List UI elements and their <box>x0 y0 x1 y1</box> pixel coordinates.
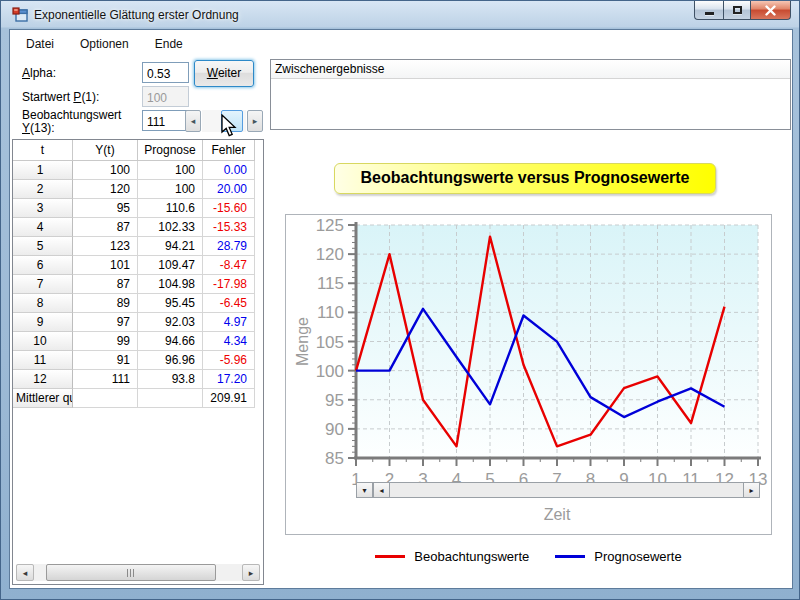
data-cell[interactable]: -15.60 <box>203 199 255 218</box>
row-header-cell[interactable]: 12 <box>13 370 73 389</box>
data-cell[interactable]: 93.8 <box>138 370 203 389</box>
data-cell[interactable]: 20.00 <box>203 180 255 199</box>
title-bar[interactable]: Exponentielle Glättung erster Ordnung <box>1 1 799 29</box>
data-cell[interactable]: 96.96 <box>138 351 203 370</box>
data-cell[interactable]: 87 <box>73 218 138 237</box>
row-header-cell[interactable]: 9 <box>13 313 73 332</box>
data-cell[interactable]: 97 <box>73 313 138 332</box>
data-cell[interactable]: 0.00 <box>203 161 255 180</box>
menu-ende[interactable]: Ende <box>144 32 194 56</box>
menu-datei[interactable]: Datei <box>15 32 65 56</box>
row-header-cell[interactable]: 8 <box>13 294 73 313</box>
arrow-right-icon: ▸ <box>249 568 254 578</box>
data-cell[interactable] <box>73 389 138 408</box>
scroll-left-button[interactable]: ◂ <box>373 482 390 498</box>
data-cell[interactable] <box>138 389 203 408</box>
data-cell[interactable]: 99 <box>73 332 138 351</box>
scroll-left-button[interactable]: ◂ <box>16 564 34 581</box>
row-header-cell[interactable]: 5 <box>13 237 73 256</box>
table-row[interactable]: 6101109.47-8.47 <box>13 256 256 275</box>
app-window: Exponentielle Glättung erster Ordnung Da… <box>0 0 800 600</box>
close-button[interactable] <box>751 1 791 20</box>
data-cell[interactable]: -6.45 <box>203 294 255 313</box>
row-header-cell[interactable]: 6 <box>13 256 73 275</box>
data-cell[interactable]: 94.66 <box>138 332 203 351</box>
scroll-right-button[interactable]: ▸ <box>743 482 760 498</box>
weiter-button[interactable]: Weiter <box>194 60 254 87</box>
scroll-dropdown-button[interactable]: ▾ <box>356 482 373 498</box>
data-cell[interactable]: 17.20 <box>203 370 255 389</box>
data-cell[interactable]: 95.45 <box>138 294 203 313</box>
data-cell[interactable]: 94.21 <box>138 237 203 256</box>
data-cell[interactable]: 4.34 <box>203 332 255 351</box>
row-header-cell[interactable]: Mittlerer qua <box>13 389 73 408</box>
scroll-right-button[interactable]: ▸ <box>242 564 260 581</box>
data-cell[interactable]: 104.98 <box>138 275 203 294</box>
row-header-cell[interactable]: 3 <box>13 199 73 218</box>
table-row[interactable]: 99792.034.97 <box>13 313 256 332</box>
row-header-cell[interactable]: 2 <box>13 180 73 199</box>
scroll-right-button[interactable]: ▸ <box>247 110 263 132</box>
scrollbar-thumb[interactable] <box>46 564 216 581</box>
column-header[interactable]: t <box>13 140 73 161</box>
scrollbar-thumb[interactable] <box>390 482 743 498</box>
data-cell[interactable]: 100 <box>138 180 203 199</box>
data-cell[interactable]: 100 <box>138 161 203 180</box>
arrow-left-icon: ◂ <box>191 116 196 126</box>
table-row[interactable]: 11001000.00 <box>13 161 256 180</box>
y-tick-label: 125 <box>316 216 344 235</box>
row-header-cell[interactable]: 4 <box>13 218 73 237</box>
scrollbar-track[interactable] <box>34 564 242 581</box>
table-row[interactable]: 487102.33-15.33 <box>13 218 256 237</box>
table-row[interactable]: 88995.45-6.45 <box>13 294 256 313</box>
data-cell[interactable]: -8.47 <box>203 256 255 275</box>
data-cell[interactable]: 4.97 <box>203 313 255 332</box>
row-header-cell[interactable]: 1 <box>13 161 73 180</box>
minimize-button[interactable] <box>694 1 723 20</box>
table-row[interactable]: 787104.98-17.98 <box>13 275 256 294</box>
grid-horizontal-scrollbar[interactable]: ◂ ▸ <box>16 564 260 581</box>
menu-optionen[interactable]: Optionen <box>69 32 140 56</box>
data-cell[interactable]: 95 <box>73 199 138 218</box>
row-header-cell[interactable]: 10 <box>13 332 73 351</box>
beobachtungswert-label: Beobachtungswert Y(13): <box>22 109 121 135</box>
maximize-button[interactable] <box>723 1 751 20</box>
data-cell[interactable]: 92.03 <box>138 313 203 332</box>
data-cell[interactable]: 28.79 <box>203 237 255 256</box>
zwischenergebnisse-list[interactable]: Zwischenergebnisse <box>270 59 791 130</box>
table-row[interactable]: 119196.96-5.96 <box>13 351 256 370</box>
data-cell[interactable]: 101 <box>73 256 138 275</box>
data-cell[interactable]: 87 <box>73 275 138 294</box>
list-column-header[interactable]: Zwischenergebnisse <box>271 60 790 79</box>
data-cell[interactable]: -5.96 <box>203 351 255 370</box>
data-cell[interactable]: 100 <box>73 161 138 180</box>
column-header[interactable]: Fehler <box>203 140 255 161</box>
x-axis-title: Zeit <box>544 506 571 523</box>
table-row[interactable]: 212010020.00 <box>13 180 256 199</box>
data-cell[interactable]: 209.91 <box>203 389 255 408</box>
table-row[interactable]: 512394.2128.79 <box>13 237 256 256</box>
column-header[interactable]: Y(t) <box>73 140 138 161</box>
row-header-cell[interactable]: 7 <box>13 275 73 294</box>
scroll-left-button[interactable]: ◂ <box>185 110 201 132</box>
y-tick-label: 95 <box>325 391 344 410</box>
data-cell[interactable]: 102.33 <box>138 218 203 237</box>
data-cell[interactable]: 89 <box>73 294 138 313</box>
table-row[interactable]: 109994.664.34 <box>13 332 256 351</box>
chart-x-scrollbar[interactable]: ▾ ◂ ▸ <box>356 482 760 498</box>
table-row[interactable]: 1211193.817.20 <box>13 370 256 389</box>
data-cell[interactable]: -15.33 <box>203 218 255 237</box>
data-cell[interactable]: 120 <box>73 180 138 199</box>
data-cell[interactable]: 123 <box>73 237 138 256</box>
data-cell[interactable]: 111 <box>73 370 138 389</box>
column-header[interactable]: Prognose <box>138 140 203 161</box>
table-row[interactable]: 395110.6-15.60 <box>13 199 256 218</box>
data-cell[interactable]: 91 <box>73 351 138 370</box>
row-header-cell[interactable]: 11 <box>13 351 73 370</box>
data-cell[interactable]: 110.6 <box>138 199 203 218</box>
alpha-input[interactable] <box>142 62 189 83</box>
table-footer-row[interactable]: Mittlerer qua209.91 <box>13 389 256 408</box>
data-cell[interactable]: 109.47 <box>138 256 203 275</box>
y13-input[interactable] <box>142 110 189 131</box>
data-cell[interactable]: -17.98 <box>203 275 255 294</box>
